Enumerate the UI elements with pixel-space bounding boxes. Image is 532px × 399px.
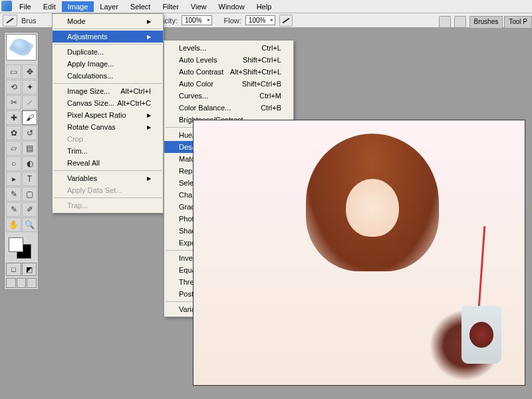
screenmode-standard-icon[interactable] xyxy=(6,278,16,288)
tool-lasso[interactable]: ⟲ xyxy=(6,80,21,94)
tool-healing[interactable]: ✚ xyxy=(6,110,21,125)
menuitem-duplicate---[interactable]: Duplicate... xyxy=(53,46,163,58)
color-swatches[interactable] xyxy=(6,236,37,260)
right-panel-tabs: Brushes Tool P xyxy=(439,16,532,28)
flow-label: Flow: xyxy=(224,17,241,25)
tool-eyedropper[interactable]: ✐ xyxy=(22,202,37,217)
image-menu: Mode▶Adjustments▶Duplicate...Apply Image… xyxy=(52,13,164,213)
tool-slice[interactable]: ⟋ xyxy=(22,95,37,110)
menubar: FileEditImageLayerSelectFilterViewWindow… xyxy=(0,0,532,13)
menuitem-rotate-canvas[interactable]: Rotate Canvas▶ xyxy=(53,121,163,133)
tool-hand[interactable]: ✋ xyxy=(6,217,21,232)
tool-gradient[interactable]: ▤ xyxy=(22,141,37,156)
menuitem-pixel-aspect-ratio[interactable]: Pixel Aspect Ratio▶ xyxy=(53,109,163,121)
menuitem-image-size---[interactable]: Image Size...Alt+Ctrl+I xyxy=(53,85,163,97)
menu-view[interactable]: View xyxy=(185,1,213,12)
tool-notes[interactable]: ✎ xyxy=(6,202,21,217)
menu-image[interactable]: Image xyxy=(62,1,94,12)
menuitem-canvas-size---[interactable]: Canvas Size...Alt+Ctrl+C xyxy=(53,97,163,109)
menuitem-apply-image---[interactable]: Apply Image... xyxy=(53,58,163,70)
menu-filter[interactable]: Filter xyxy=(156,1,184,12)
menuitem-crop: Crop xyxy=(53,133,163,145)
tool-shape[interactable]: ▢ xyxy=(22,187,37,201)
tool-pen[interactable]: ✎ xyxy=(6,187,21,201)
menuitem-color-balance---[interactable]: Color Balance...Ctrl+B xyxy=(164,102,293,114)
tool-path-select[interactable]: ▸ xyxy=(6,172,21,186)
menuitem-adjustments[interactable]: Adjustments▶ xyxy=(53,31,163,43)
menuitem-calculations---[interactable]: Calculations... xyxy=(53,70,163,82)
document-canvas[interactable] xyxy=(193,120,525,386)
tab-tool-presets[interactable]: Tool P xyxy=(504,16,532,28)
tab-brushes[interactable]: Brushes xyxy=(469,16,503,28)
menu-edit[interactable]: Edit xyxy=(37,1,62,12)
flow-value[interactable]: 100% xyxy=(245,15,276,25)
menuitem-trim---[interactable]: Trim... xyxy=(53,145,163,157)
airbrush-icon[interactable] xyxy=(279,15,293,27)
tool-blur[interactable]: ○ xyxy=(6,156,21,171)
tool-move[interactable]: ✥ xyxy=(22,65,37,79)
tool-brush[interactable]: 🖌 xyxy=(22,110,37,125)
menuitem-auto-color[interactable]: Auto ColorShift+Ctrl+B xyxy=(164,78,293,90)
toolbox: ▭✥⟲✦✂⟋✚🖌✿↺▱▤○◐▸T✎▢✎✐✋🔍 □ ◩ xyxy=(4,32,39,290)
menuitem-trap---: Trap... xyxy=(53,200,163,211)
tool-magic-wand[interactable]: ✦ xyxy=(22,80,37,94)
panel-icon[interactable] xyxy=(439,16,451,28)
toolbox-header-icon xyxy=(6,34,37,61)
foreground-swatch[interactable] xyxy=(9,237,23,252)
menu-layer[interactable]: Layer xyxy=(94,1,124,12)
tool-marquee-rect[interactable]: ▭ xyxy=(6,65,21,79)
menu-window[interactable]: Window xyxy=(213,1,251,12)
opacity-value[interactable]: 100% xyxy=(182,15,212,25)
menu-help[interactable]: Help xyxy=(251,1,278,12)
menuitem-apply-data-set---: Apply Data Set... xyxy=(53,184,163,196)
brush-preset-icon[interactable] xyxy=(3,15,17,27)
tool-stamp[interactable]: ✿ xyxy=(6,126,21,140)
quickmask-mode-icon[interactable]: ◩ xyxy=(22,263,37,276)
menuitem-levels---[interactable]: Levels...Ctrl+L xyxy=(164,42,293,54)
menu-select[interactable]: Select xyxy=(124,1,157,12)
tool-dodge[interactable]: ◐ xyxy=(22,156,37,171)
tool-eraser[interactable]: ▱ xyxy=(6,141,21,156)
screenmode-full-icon[interactable] xyxy=(27,278,37,288)
menuitem-auto-levels[interactable]: Auto LevelsShift+Ctrl+L xyxy=(164,54,293,66)
standard-mode-icon[interactable]: □ xyxy=(6,263,21,276)
screenmode-full-menubar-icon[interactable] xyxy=(17,278,27,288)
brush-label: Brus xyxy=(21,17,37,25)
tool-type[interactable]: T xyxy=(22,172,37,186)
menuitem-reveal-all[interactable]: Reveal All xyxy=(53,157,163,169)
menuitem-variables[interactable]: Variables▶ xyxy=(53,172,163,184)
tool-zoom[interactable]: 🔍 xyxy=(22,217,37,232)
menuitem-curves---[interactable]: Curves...Ctrl+M xyxy=(164,90,293,102)
menuitem-mode[interactable]: Mode▶ xyxy=(53,15,163,27)
tool-history-brush[interactable]: ↺ xyxy=(22,126,37,140)
menu-file[interactable]: File xyxy=(13,1,37,12)
photo-content xyxy=(194,120,525,385)
menuitem-auto-contrast[interactable]: Auto ContrastAlt+Shift+Ctrl+L xyxy=(164,66,293,78)
app-logo-icon xyxy=(1,1,12,11)
panel-icon[interactable] xyxy=(454,16,466,28)
tool-crop[interactable]: ✂ xyxy=(6,95,21,110)
